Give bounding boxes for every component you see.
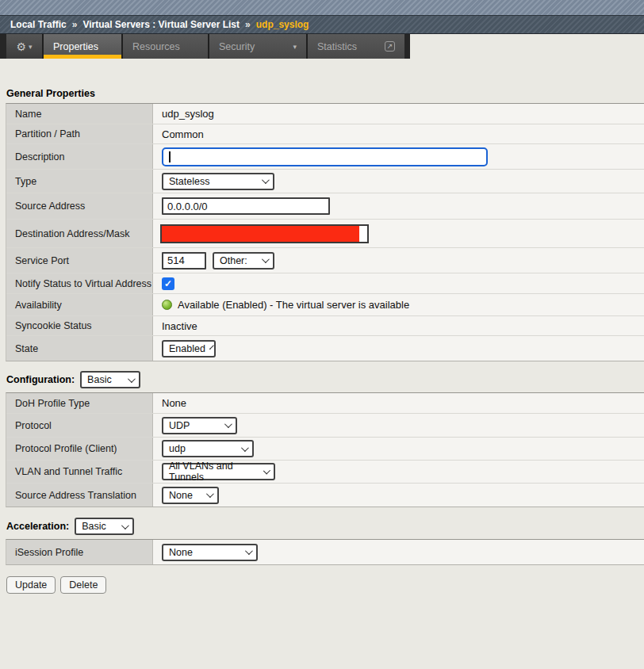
delete-button[interactable]: Delete xyxy=(60,576,106,594)
description-input[interactable] xyxy=(162,147,488,166)
chevron-down-icon xyxy=(206,490,214,498)
row-label: Source Address Translation xyxy=(6,484,153,507)
breadcrumb-item-local-traffic[interactable]: Local Traffic xyxy=(10,19,67,30)
tab-label: Security xyxy=(219,41,255,52)
row-label: iSession Profile xyxy=(6,540,153,564)
source-address-input[interactable] xyxy=(162,197,330,215)
partition-value: Common xyxy=(162,128,204,140)
tab-bar: ⚙ ▾ Properties Resources Security ▾ Stat… xyxy=(0,34,410,59)
tab-label: Statistics xyxy=(317,41,357,52)
acceleration-heading: Acceleration: xyxy=(6,521,69,532)
syncookie-value: Inactive xyxy=(162,320,197,332)
chevron-down-icon xyxy=(209,345,214,350)
chevron-down-icon xyxy=(262,176,270,184)
state-select[interactable]: Enabled xyxy=(162,340,216,357)
table-row: Source Address xyxy=(6,193,644,220)
selected-option: Other: xyxy=(220,255,247,266)
vlan-tunnel-traffic-select[interactable]: All VLANs and Tunnels xyxy=(162,463,275,480)
table-row: VLAN and Tunnel Traffic All VLANs and Tu… xyxy=(6,461,644,484)
breadcrumb-item-current: udp_syslog xyxy=(256,19,309,30)
row-label: Type xyxy=(6,170,153,193)
table-row: DoH Profile Type None xyxy=(6,393,644,414)
row-label: Partition / Path xyxy=(6,124,153,143)
selected-option: None xyxy=(169,490,193,501)
selected-option: udp xyxy=(169,443,186,454)
table-row: Source Address Translation None xyxy=(6,484,644,507)
row-label: Name xyxy=(6,104,153,124)
checkmark-icon: ✓ xyxy=(164,278,172,289)
selected-option: Stateless xyxy=(169,176,209,187)
chevron-down-icon: ▾ xyxy=(29,43,33,51)
row-label: Notify Status to Virtual Address xyxy=(6,273,153,293)
configuration-heading: Configuration: xyxy=(6,374,75,385)
row-label: Availability xyxy=(6,294,153,315)
selected-option: All VLANs and Tunnels xyxy=(169,461,260,483)
general-properties-title: General Properties xyxy=(6,88,644,99)
selected-option: None xyxy=(169,547,193,558)
protocol-select[interactable]: UDP xyxy=(162,417,237,434)
selected-option: Basic xyxy=(87,374,112,385)
table-row: Name udp_syslog xyxy=(6,104,644,124)
text-caret xyxy=(169,151,171,162)
configuration-level-select[interactable]: Basic xyxy=(80,371,140,388)
row-label: Description xyxy=(6,144,153,169)
chevron-down-icon xyxy=(121,522,129,529)
acceleration-level-select[interactable]: Basic xyxy=(75,518,134,535)
tab-resources[interactable]: Resources xyxy=(123,34,209,59)
chevron-down-icon xyxy=(128,375,136,383)
active-tab-underline xyxy=(44,55,121,59)
table-row: Type Stateless xyxy=(6,170,644,193)
tab-security[interactable]: Security ▾ xyxy=(209,34,308,59)
breadcrumb-separator-icon: » xyxy=(72,19,78,30)
update-button[interactable]: Update xyxy=(6,576,56,594)
chevron-down-icon xyxy=(245,547,253,555)
configuration-table: DoH Profile Type None Protocol UDP Proto… xyxy=(6,392,644,507)
isession-profile-select[interactable]: None xyxy=(162,544,258,561)
service-port-input[interactable] xyxy=(162,252,206,270)
table-row: iSession Profile None xyxy=(6,540,644,564)
doh-profile-value: None xyxy=(162,397,186,409)
chevron-down-icon xyxy=(241,444,249,452)
acceleration-table: iSession Profile None xyxy=(6,539,644,565)
options-menu-button[interactable]: ⚙ ▾ xyxy=(6,34,44,59)
table-row: Description xyxy=(6,144,644,170)
chevron-down-icon xyxy=(263,467,270,474)
service-port-select[interactable]: Other: xyxy=(213,252,274,270)
tab-label: Resources xyxy=(132,41,180,52)
chevron-down-icon xyxy=(262,255,270,263)
tab-properties[interactable]: Properties xyxy=(44,34,123,59)
breadcrumb-item-virtual-server-list[interactable]: Virtual Servers : Virtual Server List xyxy=(82,19,240,30)
selected-option: UDP xyxy=(169,420,190,431)
external-link-icon: ↗ xyxy=(385,41,395,52)
row-label: DoH Profile Type xyxy=(6,393,153,413)
selected-option: Basic xyxy=(82,521,106,532)
table-row: Partition / Path Common xyxy=(6,124,644,144)
destination-address-input[interactable] xyxy=(160,224,369,243)
row-label: Syncookie Status xyxy=(6,316,153,335)
row-label: State xyxy=(6,336,153,361)
row-label: VLAN and Tunnel Traffic xyxy=(6,461,153,483)
row-label: Protocol xyxy=(6,414,153,437)
row-label: Destination Address/Mask xyxy=(6,220,153,247)
source-address-translation-select[interactable]: None xyxy=(162,487,219,504)
breadcrumb-separator-icon: » xyxy=(245,19,251,30)
tab-statistics[interactable]: Statistics ↗ xyxy=(308,34,404,59)
row-label: Service Port xyxy=(6,248,153,273)
breadcrumb: Local Traffic » Virtual Servers : Virtua… xyxy=(0,15,644,34)
general-properties-table: Name udp_syslog Partition / Path Common … xyxy=(6,103,644,361)
chevron-down-icon: ▾ xyxy=(293,43,297,51)
table-row: State Enabled xyxy=(6,336,644,361)
chevron-down-icon xyxy=(224,420,232,428)
table-row: Service Port Other: xyxy=(6,248,644,273)
notify-status-checkbox[interactable]: ✓ xyxy=(162,277,174,290)
tab-label: Properties xyxy=(53,41,98,52)
name-value: udp_syslog xyxy=(162,108,214,120)
type-select[interactable]: Stateless xyxy=(162,173,274,190)
selected-option: Enabled xyxy=(169,343,205,354)
red-selection-highlight xyxy=(162,226,359,242)
availability-status-icon xyxy=(162,300,172,310)
table-row: Syncookie Status Inactive xyxy=(6,316,644,336)
row-label: Source Address xyxy=(6,193,153,219)
protocol-profile-client-select[interactable]: udp xyxy=(162,440,254,457)
page-header-band xyxy=(0,0,644,15)
